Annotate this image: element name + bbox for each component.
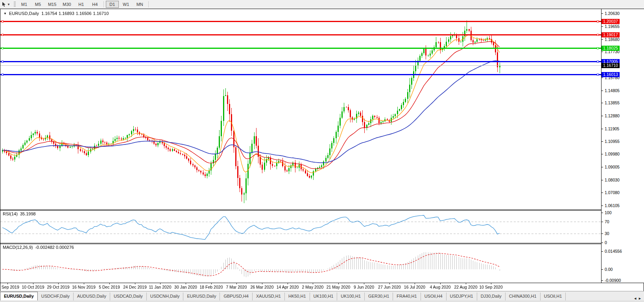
timeframe-button-H1[interactable]: H1	[75, 1, 88, 8]
chart-tab-USOil-H1[interactable]: USOil,H1	[541, 293, 566, 300]
chart-tab-USDCHF-Daily[interactable]: USDCHF,Daily	[38, 293, 74, 300]
macd-tick-dash	[602, 280, 603, 281]
toolbar-grip[interactable]	[14, 2, 16, 7]
timeframe-toolbar: ▼ M1M5M15M30H1H4D1W1MN	[0, 0, 644, 9]
chart-tab-CHINA300-H1[interactable]: CHINA300,H1	[506, 293, 541, 300]
cursor-tool-button[interactable]: ▼	[1, 2, 11, 7]
level-line-handle-right[interactable]	[597, 74, 599, 76]
chart-title[interactable]: ▼ EURUSD,Daily 1.16754 1.16893 1.16506 1…	[4, 11, 109, 16]
level-line-handle-right[interactable]	[597, 61, 599, 63]
macd-tick-dash	[602, 251, 603, 252]
horizontal-level-line-1.19017[interactable]	[0, 34, 601, 35]
date-tick	[389, 283, 390, 284]
level-line-handle-left[interactable]	[2, 61, 4, 63]
rsi-indicator-title: RSI(14) 35.1998	[3, 211, 36, 216]
chart-tab-UK100-H1[interactable]: UK100,H1	[337, 293, 365, 300]
date-tick	[236, 283, 237, 284]
panel-separator-rsi-macd[interactable]	[0, 243, 644, 244]
horizontal-level-line-1.20037[interactable]	[0, 21, 601, 22]
macd-label: MACD(12,26,9)	[3, 245, 33, 250]
mt4-terminal: ▼ M1M5M15M30H1H4D1W1MN ▼ EURUSD,Daily 1.…	[0, 0, 644, 302]
price-tick-label: 1.09980	[605, 152, 620, 156]
time-axis[interactable]: 21 Sep 201910 Oct 201929 Oct 201916 Nov …	[0, 283, 644, 291]
price-tick-dash	[602, 193, 603, 193]
date-tick	[288, 283, 288, 284]
ohlc-high: 1.16893	[59, 11, 74, 16]
chart-tab-bar: EURUSD,DailyUSDCHF,DailyAUDUSD,DailyUSDC…	[0, 291, 644, 300]
level-line-handle-left[interactable]	[2, 20, 4, 22]
toolbar-separator	[148, 1, 149, 7]
level-line-handle-left[interactable]	[2, 47, 4, 49]
date-tick	[262, 283, 262, 284]
price-level-badge-1.18025: 1.18025	[602, 46, 620, 51]
ohlc-low: 1.16506	[76, 11, 92, 16]
toolbar-separator	[103, 1, 104, 7]
horizontal-level-line-1.16013[interactable]	[0, 74, 601, 75]
chart-tab-FRA40-H1[interactable]: FRA40,H1	[393, 293, 421, 300]
date-tick	[135, 283, 135, 284]
chart-tab-HK50-H1[interactable]: HK50,H1	[285, 293, 310, 300]
horizontal-level-line-1.17005[interactable]	[0, 61, 601, 62]
price-tick-label: 1.06105	[605, 204, 620, 208]
price-tick-label: 1.07080	[605, 191, 620, 195]
price-tick-dash	[602, 26, 603, 27]
timeframe-button-M5[interactable]: M5	[31, 1, 44, 8]
tab-scroll-right-icon[interactable]: ►	[638, 296, 643, 300]
date-tick	[7, 283, 8, 284]
timeframe-button-H4[interactable]: H4	[89, 1, 101, 8]
chart-window: ▼ EURUSD,Daily 1.16754 1.16893 1.16506 1…	[0, 9, 644, 291]
price-tick-label: 1.14805	[605, 89, 620, 93]
chart-tab-AUDUSD-Daily[interactable]: AUDUSD,Daily	[74, 293, 110, 300]
collapse-triangle-icon[interactable]: ▼	[4, 12, 7, 15]
price-axis[interactable]: 1.206301.196551.186801.177301.157801.148…	[601, 9, 644, 283]
price-tick-label: 1.10955	[605, 139, 620, 143]
level-line-handle-right[interactable]	[597, 34, 599, 36]
price-tick-label: 1.20630	[605, 11, 620, 15]
timeframe-button-M1[interactable]: M1	[18, 1, 31, 8]
chart-tab-USDCAD-Daily[interactable]: USDCAD,Daily	[110, 293, 147, 300]
chart-tab-GBPUSD-H4[interactable]: GBPUSD,H4	[220, 293, 253, 300]
price-tick-dash	[602, 154, 603, 154]
ohlc-open: 1.16754	[41, 11, 57, 16]
price-tick-label: 1.12880	[605, 114, 620, 118]
price-tick-dash	[602, 13, 603, 14]
level-line-handle-right[interactable]	[597, 20, 599, 22]
price-tick-label: 1.09005	[605, 165, 620, 169]
tab-scroll-left-icon[interactable]: ◄	[633, 296, 638, 300]
chart-tab-GER30-H1[interactable]: GER30,H1	[365, 293, 393, 300]
timeframe-button-D1[interactable]: D1	[106, 1, 119, 8]
timeframe-button-MN[interactable]: MN	[133, 1, 146, 8]
panel-separator-main-rsi[interactable]	[0, 209, 644, 211]
cursor-icon	[2, 2, 6, 7]
timeframe-button-M15[interactable]: M15	[45, 1, 59, 8]
macd-tick-dash	[602, 269, 603, 270]
chart-tab-USDJPY-H1[interactable]: USDJPY,H1	[447, 293, 477, 300]
level-line-handle-right[interactable]	[597, 47, 599, 49]
status-strip	[0, 300, 644, 302]
price-tick-dash	[602, 129, 603, 129]
macd-tick-label: 0.014556	[605, 249, 622, 253]
price-level-badge-1.16013: 1.16013	[602, 72, 620, 77]
timeframe-button-W1[interactable]: W1	[120, 1, 133, 8]
timeframe-button-M30[interactable]: M30	[60, 1, 74, 8]
chart-tab-USDCNH-Daily[interactable]: USDCNH,Daily	[147, 293, 184, 300]
date-tick	[313, 283, 313, 284]
current-price-line	[0, 65, 601, 66]
level-line-handle-left[interactable]	[2, 34, 4, 36]
current-price-badge: 1.16710	[602, 63, 620, 68]
chart-tab-DJ30-Daily[interactable]: DJ30,Daily	[477, 293, 506, 300]
chevron-down-icon: ▼	[7, 3, 10, 6]
rsi-tick-label: 100	[605, 211, 612, 215]
chart-tab-XAUUSD-H1[interactable]: XAUUSD,H1	[253, 293, 285, 300]
horizontal-level-line-1.18025[interactable]	[0, 48, 601, 49]
chart-symbol-period: EURUSD,Daily	[9, 11, 39, 16]
chart-tab-USOil-H4[interactable]: USOil,H4	[421, 293, 447, 300]
rsi-tick-dash	[602, 213, 603, 213]
price-tick-dash	[602, 180, 603, 180]
chart-tab-EURUSD-Daily[interactable]: EURUSD,Daily	[183, 293, 220, 300]
macd-values: -0.002482 0.000276	[35, 245, 74, 250]
date-tick	[186, 283, 186, 284]
level-line-handle-left[interactable]	[2, 74, 4, 76]
chart-tab-UK100-H1[interactable]: UK100,H1	[310, 293, 338, 300]
chart-tab-EURUSD-Daily[interactable]: EURUSD,Daily	[0, 292, 38, 300]
